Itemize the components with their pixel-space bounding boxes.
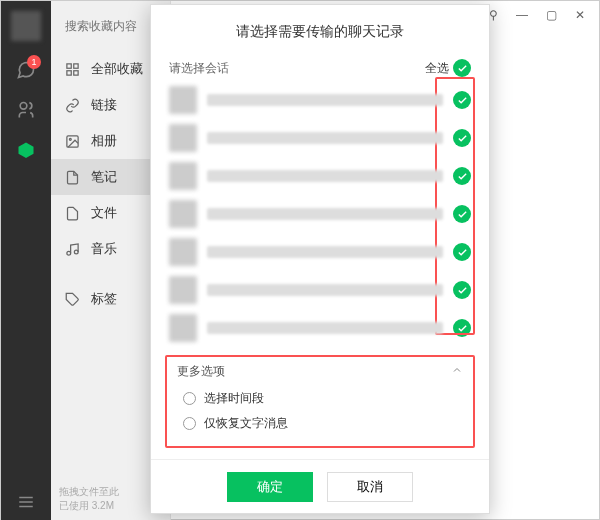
avatar [169,86,197,114]
chat-row[interactable] [165,311,475,345]
svg-point-11 [69,138,71,140]
chat-icon[interactable]: 1 [15,59,37,81]
more-label: 更多选项 [177,363,225,380]
cat-label: 音乐 [91,240,117,258]
check-icon[interactable] [453,167,471,185]
avatar [169,238,197,266]
svg-rect-8 [66,70,70,74]
cat-label: 相册 [91,132,117,150]
opt-time-range[interactable]: 选择时间段 [177,386,463,411]
contacts-icon[interactable] [15,99,37,121]
chevron-up-icon[interactable] [451,364,463,379]
ok-button[interactable]: 确定 [227,472,313,502]
minimize-icon[interactable]: — [516,8,528,22]
avatar [169,276,197,304]
maximize-icon[interactable]: ▢ [546,8,557,22]
cat-label: 链接 [91,96,117,114]
avatar [169,124,197,152]
check-icon[interactable] [453,129,471,147]
avatar [169,200,197,228]
check-icon[interactable] [453,205,471,223]
footer-hint: 拖拽文件至此 已使用 3.2M [59,485,162,513]
select-all[interactable]: 全选 [425,59,471,77]
svg-point-0 [20,103,27,110]
dialog-footer: 确定 取消 [151,459,489,513]
svg-rect-9 [73,70,77,74]
svg-rect-7 [73,63,77,67]
chat-list [165,83,475,345]
avatar [169,314,197,342]
cat-label: 标签 [91,290,117,308]
check-icon[interactable] [453,91,471,109]
svg-point-13 [74,250,78,254]
svg-rect-6 [66,63,70,67]
cancel-button[interactable]: 取消 [327,472,413,502]
chat-name [207,208,443,220]
unread-badge: 1 [27,55,41,69]
chat-name [207,284,443,296]
dialog-title: 请选择需要传输的聊天记录 [151,5,489,55]
file-icon [63,206,81,221]
tag-icon [63,292,81,307]
radio-icon [183,392,196,405]
avatar[interactable] [11,11,41,41]
chat-row[interactable] [165,159,475,193]
chat-row[interactable] [165,83,475,117]
chat-name [207,246,443,258]
favorites-icon[interactable] [15,139,37,161]
chat-row[interactable] [165,273,475,307]
svg-point-12 [66,251,70,255]
chat-name [207,132,443,144]
check-icon[interactable] [453,319,471,337]
opt-text-only[interactable]: 仅恢复文字消息 [177,411,463,436]
cat-label: 文件 [91,204,117,222]
link-icon [63,98,81,113]
check-icon[interactable] [453,281,471,299]
grid-icon [63,62,81,77]
choose-label: 请选择会话 [169,60,229,77]
close-icon[interactable]: ✕ [575,8,585,22]
avatar [169,162,197,190]
chat-name [207,170,443,182]
pin-icon[interactable]: ⚲ [489,8,498,22]
chat-row[interactable] [165,235,475,269]
note-icon [63,170,81,185]
check-icon[interactable] [453,243,471,261]
more-options-box: 更多选项 选择时间段 仅恢复文字消息 [165,355,475,448]
cat-label: 全部收藏 [91,60,143,78]
left-rail: 1 [1,1,51,520]
chat-row[interactable] [165,121,475,155]
radio-icon [183,417,196,430]
image-icon [63,134,81,149]
chat-name [207,94,443,106]
chat-name [207,322,443,334]
transfer-dialog: 请选择需要传输的聊天记录 请选择会话 全选 更多选项 [150,4,490,514]
menu-icon[interactable] [1,493,51,511]
music-icon [63,242,81,257]
check-icon [453,59,471,77]
chat-row[interactable] [165,197,475,231]
cat-label: 笔记 [91,168,117,186]
